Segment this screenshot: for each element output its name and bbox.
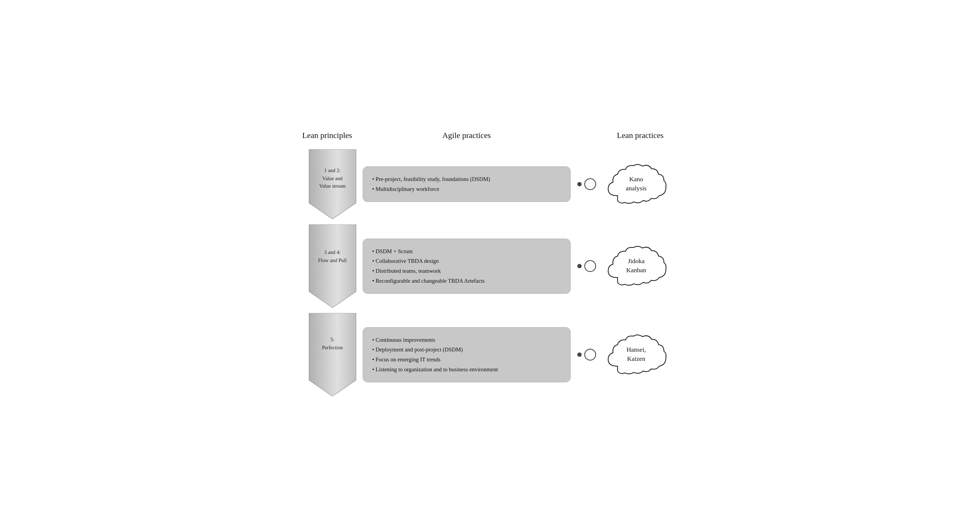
practice-item: • Listening to organization and to busin… — [372, 364, 561, 375]
cloud-label-2: Jidoka Kanban — [626, 257, 646, 275]
small-dot — [578, 353, 582, 357]
practice-item: • Focus on emerging IT trends — [372, 355, 561, 364]
svg-text:Value stream: Value stream — [319, 183, 345, 189]
header-lean-practices: Lean practices — [617, 131, 663, 140]
practice-item: • Reconfigurable and changeable TBDA Art… — [372, 276, 561, 286]
cloud-label-1: Kano analysis — [626, 175, 646, 193]
practice-box-2: • DSDM + Scrum • Collaborative TBDA desi… — [363, 239, 571, 294]
row-3: 5: Perfection • Continuous improvements … — [302, 313, 678, 396]
chevron-arrow-3: 5: Perfection — [306, 313, 359, 396]
thought-cloud-3: Hansei, Kaizen — [603, 331, 670, 378]
svg-text:Value and: Value and — [322, 176, 343, 181]
practice-item: • Deployment and post-project (DSDM) — [372, 345, 561, 355]
practice-item: • Collaborative TBDA design — [372, 256, 561, 266]
row-2: 3 and 4: Flow and Pull • DSDM + Scrum • … — [302, 224, 678, 308]
practice-item: • Pre-project, feasibility study, founda… — [372, 174, 561, 184]
diagram-container: Lean principles Agile practices Lean pra… — [302, 131, 678, 396]
svg-text:5:: 5: — [330, 337, 334, 342]
chevron-cell-3: 5: Perfection — [302, 313, 359, 396]
thought-cloud-2: Jidoka Kanban — [603, 243, 670, 290]
connector-dots-1 — [574, 178, 599, 190]
thought-cloud-1: Kano analysis — [603, 161, 670, 208]
small-dot — [578, 182, 582, 186]
svg-text:1 and 2:: 1 and 2: — [324, 168, 340, 173]
practice-box-3: • Continuous improvements • Deployment a… — [363, 327, 571, 382]
svg-text:3 and 4:: 3 and 4: — [324, 249, 340, 255]
large-dot — [584, 260, 596, 272]
chevron-arrow-1: 1 and 2: Value and Value stream — [306, 149, 359, 219]
large-dot — [584, 349, 596, 361]
chevron-cell-1: 1 and 2: Value and Value stream — [302, 149, 359, 219]
practice-box-1: • Pre-project, feasibility study, founda… — [363, 166, 571, 202]
connector-dots-3 — [574, 349, 599, 361]
row-1: 1 and 2: Value and Value stream • Pre-pr… — [302, 149, 678, 219]
svg-text:Perfection: Perfection — [322, 345, 343, 350]
svg-marker-7 — [309, 313, 356, 396]
cloud-label-3: Hansei, Kaizen — [627, 345, 646, 363]
small-dot — [578, 264, 582, 268]
header-lean-principles: Lean principles — [302, 131, 352, 140]
practice-item: • DSDM + Scrum — [372, 246, 561, 256]
practice-item: • Multidisciplinary workforce — [372, 184, 561, 194]
large-dot — [584, 178, 596, 190]
chevron-arrow-2: 3 and 4: Flow and Pull — [306, 224, 359, 308]
connector-dots-2 — [574, 260, 599, 272]
svg-text:Flow and Pull: Flow and Pull — [318, 257, 347, 263]
practice-item: • Distributed teams, teamwork — [372, 266, 561, 276]
header-agile-practices: Agile practices — [442, 131, 491, 140]
svg-marker-4 — [309, 224, 356, 308]
diagram-rows: 1 and 2: Value and Value stream • Pre-pr… — [302, 149, 678, 396]
practice-item: • Continuous improvements — [372, 335, 561, 345]
chevron-cell-2: 3 and 4: Flow and Pull — [302, 224, 359, 308]
